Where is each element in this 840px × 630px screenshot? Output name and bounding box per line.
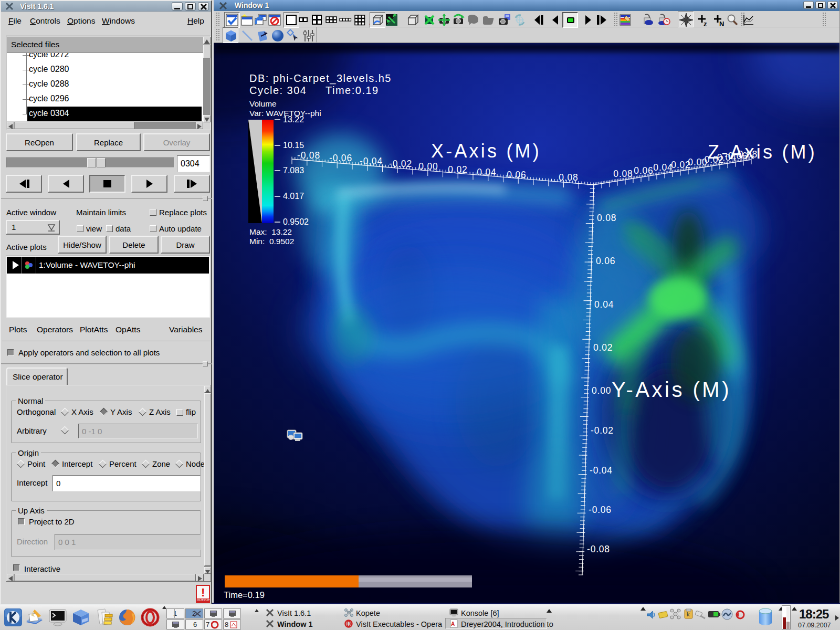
svg-text:0.04: 0.04 — [594, 299, 614, 310]
svg-text:0.06: 0.06 — [507, 170, 526, 180]
svg-text:N: N — [719, 20, 724, 27]
svg-text:-0.06: -0.06 — [329, 153, 352, 163]
svg-text:-0.06: -0.06 — [589, 505, 612, 515]
svg-text:0.00: 0.00 — [592, 385, 611, 396]
svg-text:k: k — [687, 611, 690, 617]
svg-text:7.083: 7.083 — [283, 166, 304, 175]
svg-text:z: z — [704, 20, 707, 27]
svg-text:0.08: 0.08 — [559, 172, 578, 183]
svg-text:Min: 0.9502: Min: 0.9502 — [249, 237, 294, 246]
svg-text:Z-Axis (M): Z-Axis (M) — [708, 141, 817, 163]
svg-text:Volume: Volume — [249, 99, 277, 108]
svg-text:0.02: 0.02 — [448, 164, 467, 175]
svg-text:0.06: 0.06 — [596, 256, 615, 266]
svg-text:0.04: 0.04 — [477, 167, 496, 177]
svg-text:-0.04: -0.04 — [590, 465, 613, 476]
svg-text:Y-Axis (M): Y-Axis (M) — [612, 378, 731, 401]
svg-text:Var: WAVETOY--phi: Var: WAVETOY--phi — [249, 109, 321, 118]
svg-text:4.017: 4.017 — [283, 192, 304, 201]
svg-text:Time:0.19: Time:0.19 — [326, 85, 379, 96]
svg-text:X-Axis (M): X-Axis (M) — [431, 140, 541, 162]
svg-text:Time=0.19: Time=0.19 — [224, 590, 265, 600]
svg-text:-0.08: -0.08 — [297, 150, 320, 161]
svg-text:DB: phi-Carpet_3levels.h5: DB: phi-Carpet_3levels.h5 — [249, 72, 392, 85]
svg-text:0.08: 0.08 — [597, 213, 616, 223]
svg-text:Cycle: 304: Cycle: 304 — [249, 85, 307, 96]
svg-text:10.15: 10.15 — [283, 141, 304, 150]
svg-text:0.00: 0.00 — [418, 161, 438, 172]
svg-text:-0.08: -0.08 — [587, 544, 610, 554]
svg-text:0.04: 0.04 — [653, 162, 673, 173]
svg-text:0.02: 0.02 — [593, 342, 613, 353]
svg-text:A: A — [451, 621, 455, 627]
svg-text:0.9502: 0.9502 — [283, 217, 309, 226]
svg-text:-0.02: -0.02 — [389, 159, 412, 169]
svg-text:0.06: 0.06 — [634, 165, 653, 176]
svg-text:-0.04: -0.04 — [360, 156, 383, 166]
svg-text:0.08: 0.08 — [613, 169, 633, 179]
svg-text:-0.02: -0.02 — [591, 425, 614, 436]
svg-text:Max: 13.22: Max: 13.22 — [249, 227, 292, 236]
